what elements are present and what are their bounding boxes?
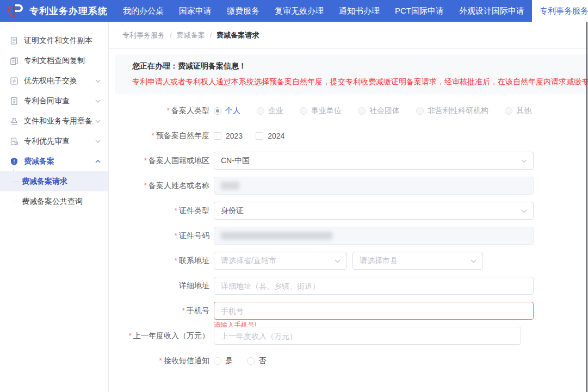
sidebar-item-label: 专利文档查阅复制	[24, 56, 101, 66]
radio-label: 事业单位	[311, 106, 342, 116]
main-content: 专利事务服务 / 费减备案 / 费减备案请求 您正在办理：费减证明备案信息！ 专…	[109, 22, 588, 392]
field-label-applicant-type: *备案人类型	[109, 106, 209, 116]
field-label-phone: *手机号	[109, 306, 209, 316]
breadcrumb-fee-reduction[interactable]: 费减备案	[177, 30, 205, 40]
detail-address-field	[214, 277, 534, 295]
radio-label: 企业	[268, 106, 283, 116]
city-select[interactable]: 请选择市县	[352, 252, 483, 270]
field-label-id-type: *证件类型	[109, 206, 209, 216]
nationality-value: CN-中国	[221, 156, 250, 166]
redacted-id-number-value	[221, 232, 332, 240]
notice-description: 专利申请人或者专利权人通过本系统选择预备案自然年度，提交专利收费减缴证明备案请求…	[132, 77, 588, 87]
id-number-input	[214, 227, 534, 245]
field-label-sms-notify: *接收短信通知	[109, 356, 209, 366]
form-row-pre-record-year: *预备案自然年度 2023 2024	[109, 127, 588, 145]
sidebar-item-doc-copy[interactable]: 专利文档查阅复制	[0, 51, 108, 71]
sidebar-item-certificate-documents[interactable]: 证明文件和文件副本	[0, 30, 108, 51]
chevron-down-icon	[95, 140, 101, 143]
radio-option-other[interactable]: 其他	[505, 106, 531, 116]
income-field	[214, 327, 521, 345]
city-placeholder: 请选择市县	[360, 256, 398, 266]
app-brand: 专利业务办理系统	[0, 0, 115, 22]
nationality-select[interactable]: CN-中国	[214, 152, 534, 170]
chevron-down-icon	[95, 120, 101, 123]
province-select[interactable]: 请选择省/直辖市	[214, 252, 347, 270]
detail-address-input[interactable]	[221, 277, 527, 294]
required-asterisk: *	[144, 181, 147, 190]
radio-option-yes[interactable]: 是	[214, 356, 233, 366]
field-label-name: *备案人姓名或名称	[109, 181, 209, 191]
radio-dot	[216, 109, 219, 113]
radio-option-nonprofit-research[interactable]: 非营利性科研机构	[416, 106, 488, 116]
checkbox-option-2024[interactable]: 2024	[256, 132, 284, 140]
phone-input[interactable]	[221, 302, 527, 319]
required-asterisk: *	[167, 106, 170, 115]
redacted-name-value	[221, 182, 239, 190]
sidebar-item-priority-review[interactable]: 专利优先审查	[0, 131, 108, 151]
sidebar-item-fee-reduction[interactable]: 费减备案	[0, 151, 108, 171]
required-asterisk: *	[175, 256, 177, 265]
sidebar-subitem-fee-reduction-public-query[interactable]: 费减备案公共查询	[0, 191, 108, 211]
sidebar-item-label: 优先权电子交换	[24, 76, 93, 86]
field-label-id-number: *证件号码	[109, 231, 209, 241]
radio-option-enterprise[interactable]: 企业	[257, 106, 283, 116]
nav-item-design-international[interactable]: 外观设计国际申请	[451, 0, 532, 22]
field-label-nationality: *备案人国籍或地区	[109, 156, 209, 166]
sidebar-subitem-label: 费减备案公共查询	[22, 197, 83, 207]
radio-unchecked-icon	[214, 357, 221, 365]
radio-option-personal[interactable]: 个人	[214, 106, 240, 116]
certificate-doc-icon	[10, 36, 18, 45]
radio-label: 否	[258, 356, 266, 366]
checkbox-label: 2024	[268, 132, 284, 140]
sidebar-item-seal-record[interactable]: 文件和业务专用章备案	[0, 111, 108, 131]
app-logo-icon	[7, 3, 25, 19]
top-navbar: 专利业务办理系统 我的办公桌 国家申请 缴费服务 复审无效办理 通知书办理 PC…	[0, 0, 588, 22]
field-label-pre-record-year: *预备案自然年度	[109, 131, 209, 141]
chevron-down-icon	[335, 259, 341, 263]
chevron-down-icon	[471, 259, 476, 263]
form-row-id-number: *证件号码	[109, 227, 588, 245]
sidebar-item-contract-review[interactable]: 专利合同审查	[0, 91, 108, 111]
nav-item-patent-affairs[interactable]: 专利事务服务	[532, 0, 588, 22]
field-label-detail-address: 详细地址	[109, 281, 209, 291]
id-type-select[interactable]: 身份证	[214, 202, 534, 220]
sidebar-item-priority-exchange[interactable]: 优先权电子交换	[0, 71, 108, 91]
sidebar-subitem-fee-reduction-request[interactable]: 费减备案请求	[0, 171, 108, 191]
sidebar-item-label: 专利合同审查	[24, 96, 93, 106]
radio-unchecked-icon	[247, 357, 255, 365]
income-input[interactable]	[221, 327, 514, 344]
nav-item-fee-service[interactable]: 缴费服务	[219, 0, 267, 22]
name-input	[214, 177, 534, 195]
nav-item-reexam-invalid[interactable]: 复审无效办理	[267, 0, 331, 22]
field-label-contact-address: *联系地址	[109, 256, 209, 266]
sidebar-item-label: 专利优先审查	[24, 136, 93, 146]
nav-item-notification[interactable]: 通知书办理	[331, 0, 387, 22]
navbar-menu: 我的办公桌 国家申请 缴费服务 复审无效办理 通知书办理 PCT国际申请 外观设…	[115, 0, 588, 22]
doc-copy-icon	[10, 57, 18, 65]
breadcrumb: 专利事务服务 / 费减备案 / 费减备案请求	[109, 22, 588, 49]
nav-item-national-application[interactable]: 国家申请	[171, 0, 219, 22]
chevron-down-icon	[521, 209, 527, 213]
radio-option-no[interactable]: 否	[247, 356, 266, 366]
nav-item-pct-international[interactable]: PCT国际申请	[387, 0, 451, 22]
sidebar-subitem-label: 费减备案请求	[22, 177, 67, 186]
radio-unchecked-icon	[300, 107, 307, 115]
sms-notify-radio-group: 是 否	[214, 356, 266, 366]
stamp-icon	[10, 117, 18, 126]
app-title: 专利业务办理系统	[29, 5, 108, 17]
required-asterisk: *	[175, 206, 177, 215]
radio-option-institution[interactable]: 事业单位	[300, 106, 342, 116]
province-placeholder: 请选择省/直辖市	[221, 256, 276, 266]
radio-label: 非营利性科研机构	[428, 106, 488, 116]
sidebar: 证明文件和文件副本 专利文档查阅复制 优先权电子交换 专利合同审查	[0, 22, 109, 392]
radio-checked-icon	[214, 107, 221, 115]
checkbox-label: 2023	[226, 132, 243, 140]
checkbox-option-2023[interactable]: 2023	[214, 132, 243, 140]
breadcrumb-patent-affairs[interactable]: 专利事务服务	[122, 30, 165, 40]
nav-item-my-desk[interactable]: 我的办公桌	[115, 0, 171, 22]
contract-icon	[10, 97, 18, 105]
radio-option-social-group[interactable]: 社会团体	[358, 106, 400, 116]
fee-reduction-form: *备案人类型 个人 企业 事业单位 社会团体	[109, 102, 588, 370]
checkbox-unchecked-icon	[214, 132, 221, 140]
form-row-applicant-type: *备案人类型 个人 企业 事业单位 社会团体	[109, 102, 588, 120]
